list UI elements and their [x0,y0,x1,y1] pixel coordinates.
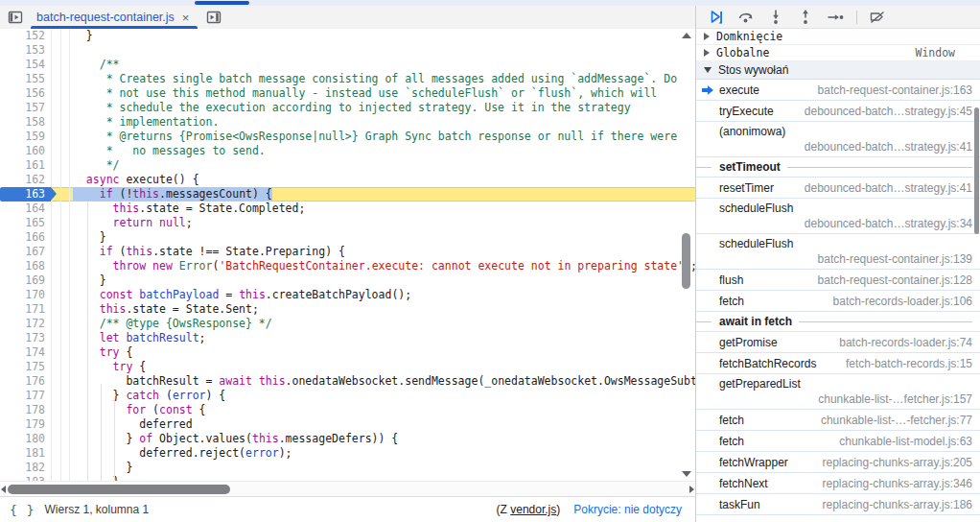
callstack-frame[interactable]: getPreparedListchunkable-list-…fetcher.j… [696,374,980,410]
callstack-frame[interactable]: fetchchunkable-list-model.js:63 [696,431,980,452]
breakpoint-gutter[interactable] [51,202,60,216]
editor-horizontal-scrollbar[interactable] [0,481,695,496]
breakpoint-gutter[interactable] [51,216,60,230]
fold-gutter[interactable] [60,245,70,259]
breakpoint-gutter[interactable] [51,58,60,72]
callstack-frame[interactable]: executebatch-request-container.js:163 [696,80,980,101]
line-number[interactable]: 183 [0,475,51,481]
line-number[interactable]: 168 [0,259,51,273]
breakpoint-gutter[interactable] [51,461,60,475]
breakpoint-gutter[interactable] [51,417,60,432]
fold-gutter[interactable] [60,72,70,86]
line-number[interactable]: 155 [0,72,51,86]
pretty-print-icon[interactable]: { } [10,503,35,517]
callstack-frame[interactable]: fetchNextreplacing-chunks-array.js:346 [696,473,980,494]
fold-gutter[interactable] [60,302,70,317]
tab-close-icon[interactable]: × [182,12,190,24]
breakpoint-gutter[interactable] [51,144,60,158]
fold-gutter[interactable] [60,345,70,360]
line-number[interactable]: 172 [0,317,51,331]
breakpoint-gutter[interactable] [51,360,60,374]
breakpoint-gutter[interactable] [51,288,60,302]
breakpoint-gutter[interactable] [51,403,60,417]
scroll-right-icon[interactable] [689,486,694,493]
breakpoint-gutter[interactable] [51,72,60,86]
callstack-frame[interactable]: scheduleFlushdebounced-batch…strategy.js… [696,199,980,234]
breakpoint-gutter[interactable] [51,230,60,245]
fold-gutter[interactable] [60,259,70,273]
fold-gutter[interactable] [60,115,70,130]
scope-row[interactable]: GlobalneWindow [696,45,980,61]
breakpoint-gutter[interactable] [51,158,60,173]
callstack-frame[interactable]: fetchWrapperreplacing-chunks-array.js:20… [696,452,980,473]
breakpoint-gutter[interactable] [51,345,60,360]
sidebar-toggle-icon[interactable] [203,8,224,27]
callstack-frame[interactable]: taskFunreplacing-chunks-array.js:186 [696,494,980,515]
fold-gutter[interactable] [60,86,70,101]
line-number[interactable]: 162 [0,173,51,187]
breakpoint-gutter[interactable] [51,432,60,446]
fold-gutter[interactable] [60,403,70,417]
step-out-icon[interactable] [795,8,816,27]
line-number[interactable]: 165 [0,216,51,230]
editor-vertical-scrollbar[interactable] [679,29,692,481]
line-number[interactable]: 173 [0,331,51,345]
fold-gutter[interactable] [60,230,70,245]
line-number[interactable]: 181 [0,446,51,461]
fold-gutter[interactable] [60,101,70,115]
scroll-down-icon[interactable] [682,471,691,477]
fold-gutter[interactable] [60,144,70,158]
line-number[interactable]: 156 [0,86,51,101]
fold-gutter[interactable] [60,461,70,475]
line-number[interactable]: 180 [0,432,51,446]
breakpoint-gutter[interactable] [51,130,60,144]
execution-line-number-badge[interactable]: 163 [0,187,51,202]
fold-gutter[interactable] [60,173,70,187]
line-number[interactable]: 177 [0,389,51,403]
line-number[interactable]: 170 [0,288,51,302]
line-number[interactable]: 158 [0,115,51,130]
fold-gutter[interactable] [60,158,70,173]
coverage-link[interactable]: Pokrycie: nie dotyczy [573,503,682,516]
deactivate-breakpoints-icon[interactable] [867,8,888,27]
fold-gutter[interactable] [60,187,70,202]
step-over-icon[interactable] [735,8,757,27]
line-number[interactable]: 154 [0,58,51,72]
scroll-left-icon[interactable] [1,486,6,493]
resume-script-icon[interactable] [706,8,727,27]
line-number[interactable]: 160 [0,144,51,158]
vertical-scroll-thumb[interactable] [682,233,690,289]
breakpoint-gutter[interactable] [51,43,60,58]
callstack-frame[interactable]: fetchchunkable-list-…-fetcher.js:77 [696,410,980,431]
callstack-frame[interactable]: (anonimowa)debounced-batch…strategy.js:4… [696,122,980,157]
breakpoint-gutter[interactable] [51,389,60,403]
line-number[interactable]: 161 [0,158,51,173]
breakpoint-gutter[interactable] [51,446,60,461]
fold-gutter[interactable] [60,331,70,345]
fold-gutter[interactable] [60,43,70,58]
line-number[interactable]: 176 [0,374,51,389]
scope-row[interactable]: Domknięcie [696,29,980,45]
fold-gutter[interactable] [60,317,70,331]
horizontal-scroll-thumb[interactable] [8,485,230,494]
breakpoint-gutter[interactable] [51,86,60,101]
line-number[interactable]: 182 [0,461,51,475]
fold-gutter[interactable] [60,288,70,302]
line-number[interactable]: 153 [0,43,51,58]
line-number[interactable]: 175 [0,360,51,374]
line-number[interactable]: 169 [0,273,51,288]
breakpoint-gutter[interactable] [51,374,60,389]
fold-gutter[interactable] [60,29,70,43]
step-icon[interactable] [825,8,846,27]
breakpoint-gutter[interactable] [51,245,60,259]
scroll-up-icon[interactable] [682,33,691,38]
fold-gutter[interactable] [60,432,70,446]
breakpoint-gutter[interactable] [51,173,60,187]
fold-gutter[interactable] [60,58,70,72]
line-number[interactable]: 157 [0,101,51,115]
callstack-frame[interactable]: resetTimerdebounced-batch…strategy.js:41 [696,178,980,199]
line-number[interactable]: 152 [0,29,51,43]
callstack-frame[interactable]: fetchBatchRecordsfetch-batch-records.js:… [696,353,980,374]
fold-gutter[interactable] [60,360,70,374]
breakpoint-gutter[interactable] [51,259,60,273]
